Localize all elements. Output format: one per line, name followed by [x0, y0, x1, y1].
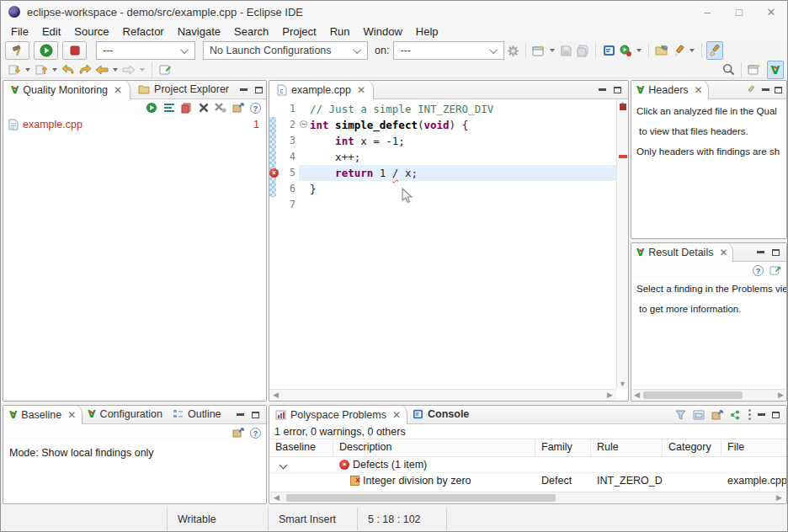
problems-scrollbar[interactable]: ◀ ▶ [270, 492, 785, 503]
help-icon[interactable]: ? [250, 103, 261, 114]
line-error-marker[interactable] [619, 155, 627, 158]
chevron-down-icon[interactable] [25, 68, 30, 72]
open-in-new-window-icon[interactable] [769, 265, 781, 276]
overview-error-marker[interactable] [620, 104, 626, 110]
delete-configured-icon[interactable] [215, 103, 226, 113]
tab-polyspace-problems[interactable]: Polyspace Problems ✕ [269, 405, 407, 424]
column-description[interactable]: Description [333, 439, 535, 456]
menu-edit[interactable]: Edit [35, 24, 67, 40]
menu-run[interactable]: Run [323, 24, 357, 40]
launch-config-dropdown[interactable]: No Launch Configurations [203, 41, 368, 60]
code-line-6[interactable]: 6} [269, 181, 616, 197]
column-rule[interactable]: Rule [591, 439, 663, 456]
last-edit-forward-button[interactable] [77, 61, 93, 79]
minimize-view-icon[interactable] [240, 88, 248, 91]
chevron-down-icon[interactable] [52, 68, 57, 72]
editor-vertical-scrollbar[interactable]: ▲ ▼ [616, 99, 628, 389]
collapse-icon[interactable]: − [300, 120, 307, 128]
expand-chevron-icon[interactable] [280, 461, 288, 470]
save-button[interactable] [557, 41, 574, 60]
close-icon[interactable]: ✕ [357, 85, 365, 95]
column-baseline[interactable]: Baseline [269, 439, 333, 456]
menu-window[interactable]: Window [357, 24, 409, 40]
code-line-5[interactable]: ×5 return 1 / x; [269, 165, 616, 181]
export-icon[interactable] [232, 103, 244, 113]
scroll-right-icon[interactable]: ▶ [778, 391, 784, 399]
chevron-down-icon[interactable] [113, 68, 118, 72]
tab-headers[interactable]: V Headers ✕ [631, 80, 709, 99]
result-details-scrollbar[interactable]: ◀ ▶ [632, 389, 785, 400]
minimize-view-icon[interactable] [599, 88, 606, 91]
menu-source[interactable]: Source [67, 24, 115, 40]
menu-file[interactable]: File [4, 24, 35, 40]
forward-history-button[interactable] [120, 61, 137, 79]
maximize-view-icon[interactable] [255, 87, 263, 93]
export-icon[interactable] [232, 428, 244, 438]
chevron-down-icon[interactable] [690, 49, 695, 52]
code-editor[interactable]: 1// Just a simple INT_ZERO_DIV2−int simp… [269, 99, 628, 401]
scroll-left-icon[interactable]: ◀ [634, 391, 640, 399]
code-line-7[interactable]: 7 [269, 197, 616, 213]
code-line-3[interactable]: 3 int x = -1; [269, 133, 616, 149]
column-category[interactable]: Category [663, 439, 721, 456]
chevron-down-icon[interactable] [636, 49, 642, 52]
export-icon[interactable] [711, 410, 723, 420]
back-history-button[interactable] [93, 61, 110, 79]
run-analysis-button[interactable] [617, 41, 634, 60]
close-icon[interactable]: ✕ [719, 247, 727, 258]
scroll-down-icon[interactable]: ▼ [617, 380, 628, 388]
remove-results-icon[interactable] [181, 103, 193, 114]
minimize-icon[interactable]: – [691, 1, 723, 23]
start-analysis-icon[interactable] [146, 102, 157, 114]
table-row-defects-group[interactable]: × Defects (1 item) [269, 457, 786, 472]
help-icon[interactable]: ? [250, 428, 261, 439]
scroll-left-icon[interactable]: ◀ [274, 494, 280, 502]
close-icon[interactable]: ✕ [392, 410, 401, 420]
column-family[interactable]: Family [535, 439, 591, 456]
error-icon[interactable]: × [269, 168, 279, 178]
tab-quality-monitoring[interactable]: V Quality Monitoring ✕ [3, 80, 130, 99]
list-icon[interactable] [163, 103, 175, 113]
polyspace-perspective-button[interactable]: V [767, 61, 784, 79]
search-button[interactable] [720, 61, 737, 79]
minimize-view-icon[interactable] [758, 413, 765, 416]
last-edit-back-button[interactable] [60, 61, 77, 79]
scroll-right-icon[interactable]: ▶ [607, 391, 613, 399]
menu-search[interactable]: Search [227, 24, 275, 40]
tab-editor-example-cpp[interactable]: c example.cpp ✕ [269, 80, 374, 99]
tab-console[interactable]: Console [407, 405, 474, 423]
scroll-right-icon[interactable]: ▶ [776, 494, 782, 502]
menu-project[interactable]: Project [275, 24, 322, 40]
tab-project-explorer[interactable]: Project Explorer [130, 80, 237, 98]
target-settings-button[interactable] [504, 41, 521, 60]
close-icon[interactable]: ✕ [114, 85, 122, 95]
console-button[interactable] [600, 41, 617, 60]
tab-baseline[interactable]: V Baseline ✕ [3, 405, 83, 424]
paintbrush-button[interactable] [706, 41, 723, 60]
run-button[interactable] [34, 41, 58, 60]
pencil-icon[interactable] [746, 85, 757, 95]
tab-outline[interactable]: Outline [168, 405, 226, 423]
minimize-view-icon[interactable] [237, 413, 244, 416]
focus-window-icon[interactable] [693, 410, 705, 420]
delete-x-icon[interactable] [199, 103, 209, 113]
maximize-view-icon[interactable] [775, 87, 782, 93]
chevron-down-icon[interactable] [550, 49, 555, 52]
tab-result-details[interactable]: V Result Details ✕ [631, 242, 733, 262]
maximize-view-icon[interactable] [252, 412, 259, 418]
minimize-view-icon[interactable] [762, 88, 769, 91]
open-file-button[interactable] [653, 41, 670, 60]
column-file[interactable]: File [721, 439, 786, 456]
analyzed-file-row[interactable]: example.cpp 1 [3, 116, 266, 130]
tab-configuration[interactable]: V Configuration [83, 405, 168, 423]
editor-horizontal-scrollbar[interactable]: ◀ ▶ [269, 389, 616, 401]
maximize-view-icon[interactable] [614, 87, 621, 93]
maximize-view-icon[interactable] [772, 412, 780, 418]
scrollbar-thumb[interactable] [643, 391, 743, 399]
menu-help[interactable]: Help [409, 24, 445, 40]
code-line-4[interactable]: 4 x++; [269, 149, 616, 165]
scroll-left-icon[interactable]: ◀ [273, 391, 279, 399]
table-row-finding[interactable]: Integer division by zero Defect INT_ZERO… [269, 472, 786, 487]
build-button[interactable] [5, 41, 29, 60]
help-icon[interactable]: ? [753, 265, 764, 276]
